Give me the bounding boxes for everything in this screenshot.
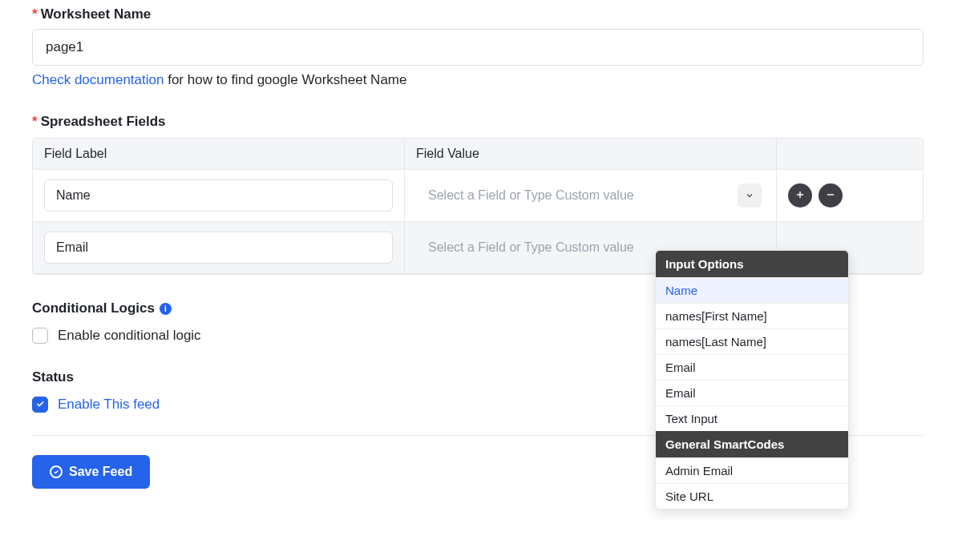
check-circle-icon — [50, 465, 63, 478]
table-header-field-label: Field Label — [33, 139, 405, 169]
dropdown-item[interactable]: names[Last Name] — [656, 328, 848, 354]
dropdown-item[interactable]: Site URL — [656, 483, 848, 509]
required-star-icon: * — [32, 6, 38, 22]
table-header-row: Field Label Field Value — [33, 139, 923, 170]
remove-row-button[interactable] — [819, 183, 843, 207]
status-label: Enable This feed — [58, 397, 160, 413]
conditional-logic-label: Enable conditional logic — [58, 328, 201, 344]
worksheet-helper-text: Check documentation for how to find goog… — [32, 72, 930, 88]
field-value-dropdown-toggle[interactable] — [738, 183, 762, 207]
minus-icon — [825, 189, 836, 203]
documentation-link[interactable]: Check documentation — [32, 72, 164, 87]
field-label-input[interactable] — [44, 179, 393, 212]
save-feed-button[interactable]: Save Feed — [32, 455, 150, 489]
info-icon[interactable]: i — [160, 303, 172, 315]
dropdown-item[interactable]: Admin Email — [656, 457, 848, 483]
spreadsheet-fields-table: Field Label Field Value — [32, 138, 924, 275]
check-icon — [35, 397, 45, 413]
worksheet-name-label: *Worksheet Name — [32, 6, 930, 22]
add-row-button[interactable] — [788, 183, 812, 207]
table-header-actions — [777, 139, 921, 169]
worksheet-name-input[interactable] — [32, 29, 924, 66]
dropdown-item[interactable]: names[First Name] — [656, 303, 848, 328]
dropdown-item[interactable]: Text Input — [656, 405, 848, 431]
dropdown-item[interactable]: Name — [656, 277, 848, 303]
field-value-input[interactable] — [416, 179, 765, 212]
chevron-down-icon — [745, 189, 754, 203]
conditional-logic-checkbox[interactable] — [32, 328, 48, 344]
dropdown-group-header: Input Options — [656, 251, 848, 277]
status-checkbox[interactable] — [32, 397, 48, 413]
dropdown-item[interactable]: Email — [656, 380, 848, 405]
table-header-field-value: Field Value — [405, 139, 777, 169]
field-value-dropdown: Input Options Name names[First Name] nam… — [655, 250, 849, 510]
table-row — [33, 170, 923, 222]
spreadsheet-fields-label: *Spreadsheet Fields — [32, 114, 930, 130]
dropdown-item[interactable]: Email — [656, 354, 848, 380]
field-label-input[interactable] — [44, 232, 393, 264]
dropdown-group-header: General SmartCodes — [656, 431, 848, 457]
required-star-icon: * — [32, 114, 38, 129]
plus-icon — [794, 189, 806, 203]
conditional-logics-title: Conditional Logics — [32, 300, 155, 316]
